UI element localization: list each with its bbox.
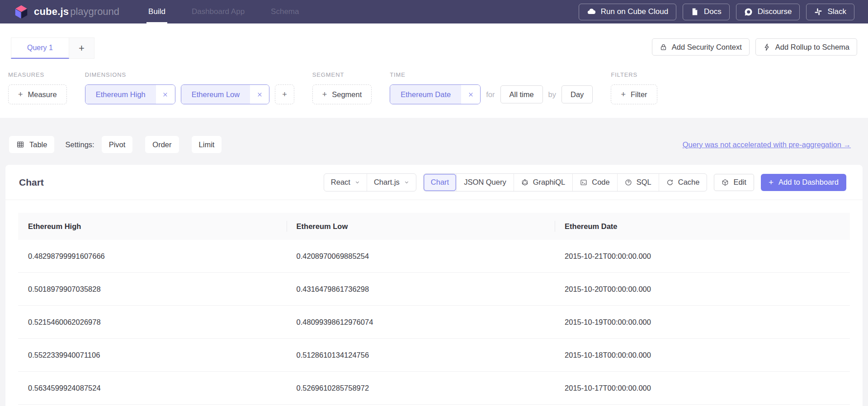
code-icon xyxy=(580,179,587,186)
nav-item-dashboard-app[interactable]: Dashboard App xyxy=(192,0,245,23)
plus-icon: + xyxy=(322,90,327,99)
segment-label: SEGMENT xyxy=(312,71,372,78)
run-on-cube-cloud-button[interactable]: Run on Cube Cloud xyxy=(579,4,676,20)
edit-button[interactable]: Edit xyxy=(714,174,754,191)
time-label: TIME xyxy=(390,71,593,78)
table-row: 0.5522339940071106 0.5128610134124756 20… xyxy=(18,339,850,372)
cell-ethereum-high: 0.5634599924087524 xyxy=(18,372,287,404)
limit-button[interactable]: Limit xyxy=(192,136,222,153)
edit-label: Edit xyxy=(733,178,746,187)
add-query-tab-button[interactable]: + xyxy=(69,37,94,59)
chart-toolbar: React Chart.js xyxy=(324,173,846,191)
view-tab-code[interactable]: Code xyxy=(572,174,617,191)
granularity-button[interactable]: Day xyxy=(561,85,593,103)
view-tab-graphiql-label: GraphiQL xyxy=(533,178,566,187)
graphql-icon xyxy=(521,179,528,186)
close-icon[interactable] xyxy=(461,85,480,104)
time-chip-ethereum-date[interactable]: Ethereum Date xyxy=(390,84,481,104)
cell-ethereum-date: 2015-10-19T00:00:00.000 xyxy=(555,306,850,338)
add-measure-button[interactable]: + Measure xyxy=(8,84,67,104)
close-icon[interactable] xyxy=(156,85,175,104)
date-range-button[interactable]: All time xyxy=(500,85,543,103)
table-view-button[interactable]: Table xyxy=(9,136,54,153)
filters-label: FILTERS xyxy=(611,71,657,78)
table-view-label: Table xyxy=(29,140,47,149)
add-to-dashboard-button[interactable]: + Add to Dashboard xyxy=(761,174,846,191)
cell-ethereum-low: 0.48099398612976074 xyxy=(287,306,555,338)
by-text: by xyxy=(548,90,556,99)
close-icon[interactable] xyxy=(250,85,269,104)
cell-ethereum-date: 2015-10-21T00:00:00.000 xyxy=(555,240,850,272)
for-text: for xyxy=(486,90,495,99)
add-dimension-button[interactable]: + xyxy=(275,84,294,104)
framework-library-selects: React Chart.js xyxy=(324,173,416,191)
add-segment-label: Segment xyxy=(332,90,362,99)
add-to-dashboard-label: Add to Dashboard xyxy=(778,178,839,187)
table-grid-icon xyxy=(16,140,24,149)
lock-icon xyxy=(660,43,667,51)
refresh-icon xyxy=(666,179,674,186)
view-tab-chart[interactable]: Chart xyxy=(424,174,456,191)
dimension-chip-ethereum-low[interactable]: Ethereum Low xyxy=(181,84,269,104)
preaggregation-link[interactable]: Query was not accelerated with pre-aggre… xyxy=(683,140,851,149)
run-on-cube-cloud-label: Run on Cube Cloud xyxy=(601,7,668,16)
nav-item-build[interactable]: Build xyxy=(148,0,165,23)
column-header-ethereum-high[interactable]: Ethereum High xyxy=(18,213,287,240)
docs-label: Docs xyxy=(704,7,722,16)
cell-ethereum-date: 2015-10-17T00:00:00.000 xyxy=(555,372,850,404)
tab-query-1[interactable]: Query 1 xyxy=(11,37,69,59)
add-rollup-to-schema-label: Add Rollup to Schema xyxy=(775,43,849,51)
framework-select[interactable]: React xyxy=(324,174,367,191)
view-tab-cache-label: Cache xyxy=(678,178,700,187)
cell-ethereum-date: 2015-10-18T00:00:00.000 xyxy=(555,339,850,371)
slack-button[interactable]: Slack xyxy=(806,4,854,20)
view-tab-graphiql[interactable]: GraphiQL xyxy=(514,174,573,191)
thunderbolt-icon xyxy=(763,43,771,51)
app-root: cube.jsplayground Build Dashboard App Sc… xyxy=(0,0,868,406)
charting-library-select[interactable]: Chart.js xyxy=(367,174,416,191)
dimension-chip-ethereum-high[interactable]: Ethereum High xyxy=(85,84,175,104)
cell-ethereum-high: 0.5522339940071106 xyxy=(18,339,287,371)
dimensions-group: DIMENSIONS Ethereum High Ethereum Low + xyxy=(85,71,294,118)
add-security-context-label: Add Security Context xyxy=(672,43,742,51)
brand-suffix: playground xyxy=(70,6,119,17)
measures-group: MEASURES + Measure xyxy=(8,71,67,118)
add-filter-button[interactable]: + Filter xyxy=(611,84,657,104)
view-tab-code-label: Code xyxy=(592,178,609,187)
nav-item-schema[interactable]: Schema xyxy=(271,0,299,23)
cell-ethereum-high: 0.5018979907035828 xyxy=(18,273,287,305)
view-tab-cache[interactable]: Cache xyxy=(659,174,707,191)
table-row: 0.5215460062026978 0.48099398612976074 2… xyxy=(18,306,850,339)
column-header-ethereum-low[interactable]: Ethereum Low xyxy=(287,213,555,240)
view-tab-json-query[interactable]: JSON Query xyxy=(456,174,514,191)
cell-ethereum-high: 0.5215460062026978 xyxy=(18,306,287,338)
cell-ethereum-low: 0.5269610285758972 xyxy=(287,372,555,404)
segment-group: SEGMENT + Segment xyxy=(312,71,372,118)
measures-label: MEASURES xyxy=(8,71,67,78)
add-security-context-button[interactable]: Add Security Context xyxy=(652,38,750,56)
dimension-chip-label: Ethereum Low xyxy=(181,85,250,104)
brand-logo[interactable]: cube.jsplayground xyxy=(14,0,119,23)
add-segment-button[interactable]: + Segment xyxy=(312,84,372,104)
cell-ethereum-date: 2015-10-20T00:00:00.000 xyxy=(555,273,850,305)
schema-actions: Add Security Context Add Rollup to Schem… xyxy=(652,38,857,56)
order-button[interactable]: Order xyxy=(145,136,179,153)
plus-icon: + xyxy=(18,90,23,99)
document-icon xyxy=(691,8,699,16)
brand-name: cube.js xyxy=(34,6,69,17)
add-filter-label: Filter xyxy=(631,90,647,99)
add-rollup-to-schema-button[interactable]: Add Rollup to Schema xyxy=(755,38,857,56)
docs-button[interactable]: Docs xyxy=(683,4,730,20)
cell-ethereum-high: 0.48298799991607666 xyxy=(18,240,287,272)
slack-icon xyxy=(814,8,822,16)
slack-label: Slack xyxy=(827,7,846,16)
table-row: 0.5018979907035828 0.4316479861736298 20… xyxy=(18,273,850,306)
discourse-icon xyxy=(744,8,753,16)
cell-ethereum-low: 0.4316479861736298 xyxy=(287,273,555,305)
column-header-ethereum-date[interactable]: Ethereum Date xyxy=(555,213,850,240)
table-row: 0.5634599924087524 0.5269610285758972 20… xyxy=(18,372,850,405)
discourse-button[interactable]: Discourse xyxy=(736,4,800,20)
pivot-button[interactable]: Pivot xyxy=(102,136,133,153)
chart-title: Chart xyxy=(19,177,44,188)
view-tab-sql[interactable]: SQL xyxy=(617,174,659,191)
